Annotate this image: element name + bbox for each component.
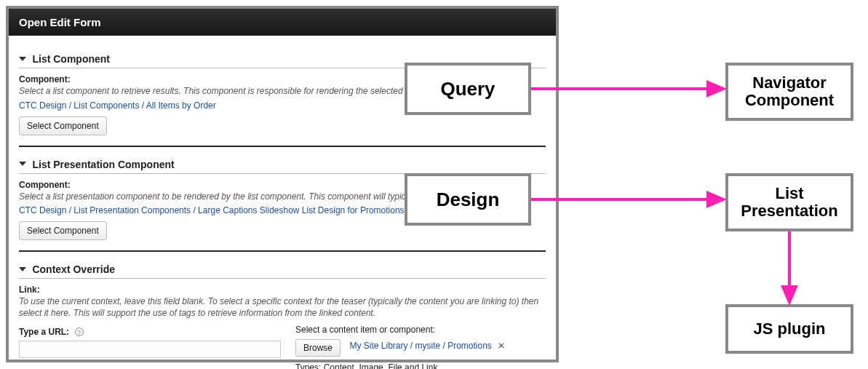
help-icon[interactable]: ? (75, 328, 84, 336)
select-content-label: Select a content item or component: (295, 325, 546, 335)
select-component-button[interactable]: Select Component (19, 116, 107, 135)
select-component-button[interactable]: Select Component (19, 221, 107, 240)
field-label-link: Link: (19, 285, 546, 295)
context-left-col: Type a URL: ? (19, 325, 281, 369)
close-icon[interactable]: ✕ (498, 341, 505, 351)
diagram-box-navigator: Navigator Component (725, 63, 853, 121)
url-label: Type a URL: (19, 327, 69, 337)
field-desc: To use the current context, leave this f… (19, 296, 546, 319)
browse-button[interactable]: Browse (295, 339, 341, 357)
context-right-col: Select a content item or component: Brow… (295, 325, 546, 369)
caret-down-icon (19, 57, 26, 61)
diagram-box-js-plugin: JS plugin (725, 304, 853, 354)
types-label: Types: Content, Image, File and Link (295, 362, 546, 369)
caret-down-icon (19, 162, 26, 166)
diagram-box-query: Query (405, 63, 531, 115)
section-header-context-override[interactable]: Context Override (19, 262, 546, 279)
diagram-box-design: Design (405, 173, 531, 226)
divider (19, 146, 546, 147)
section-title: List Component (32, 53, 110, 65)
section-title: List Presentation Component (32, 158, 174, 170)
section-title: Context Override (32, 263, 115, 275)
divider (19, 250, 546, 252)
caret-down-icon (19, 267, 26, 271)
form-title: Open Edit Form (9, 9, 556, 36)
section-header-list-presentation[interactable]: List Presentation Component (19, 157, 546, 174)
url-input[interactable] (19, 341, 281, 358)
section-context-override: Context Override Link: To use the curren… (19, 262, 546, 369)
browse-path-link[interactable]: My Site Library / mysite / Promotions (349, 341, 491, 351)
diagram-box-list-presentation: List Presentation (725, 173, 853, 231)
